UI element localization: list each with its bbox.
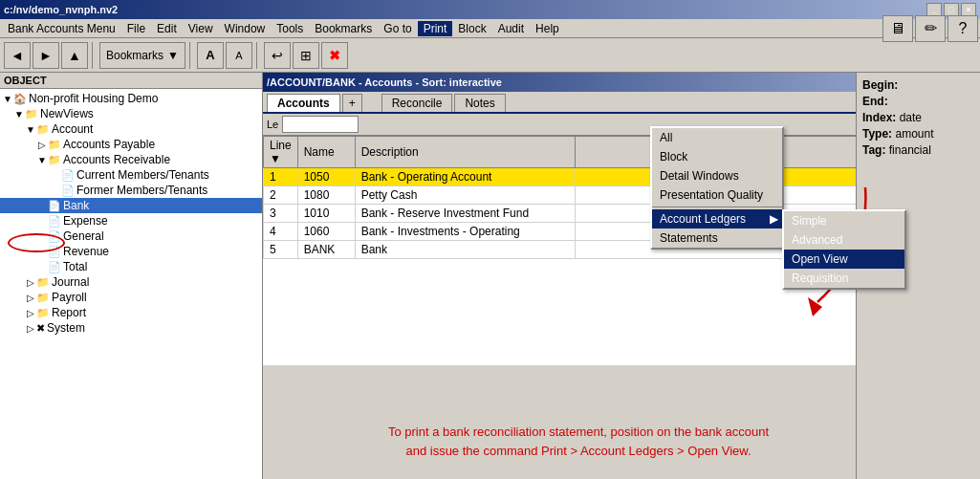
font-button[interactable]: A xyxy=(197,42,224,69)
system-icon: ✖ xyxy=(36,322,45,335)
sidebar-item-total[interactable]: 📄 Total xyxy=(0,259,262,274)
cell-line: 3 xyxy=(264,205,298,223)
menu-goto[interactable]: Go to xyxy=(378,21,417,36)
annotation-text: To print a bank reconciliation statement… xyxy=(311,423,846,460)
cell-num: BANK xyxy=(297,241,355,259)
doc-icon: 📄 xyxy=(48,261,61,273)
menu-window[interactable]: Window xyxy=(219,21,272,36)
submenu-arrow-icon: ▶ xyxy=(770,212,778,226)
menu-edit[interactable]: Edit xyxy=(151,21,183,36)
account-title-text: /ACCOUNT/BANK - Accounts - Sort: interac… xyxy=(267,76,502,88)
filter-input[interactable] xyxy=(282,116,359,133)
doc-icon: 📄 xyxy=(61,185,75,197)
sidebar-item-revenue[interactable]: 📄 Revenue xyxy=(0,244,262,259)
sidebar-item-bank[interactable]: 📄 Bank xyxy=(0,198,262,213)
submenu-simple[interactable]: Simple xyxy=(784,211,904,230)
print-menu-popup: All Block Detail Windows Presentation Qu… xyxy=(650,126,784,250)
toolbar-sep-2 xyxy=(189,42,193,69)
menu-presentation-quality[interactable]: Presentation Quality xyxy=(652,185,782,205)
folder-icon: 📁 xyxy=(48,154,61,166)
stop-button[interactable]: ✖ xyxy=(321,42,348,69)
sidebar-item-current[interactable]: 📄 Current Members/Tenants xyxy=(0,167,262,183)
sidebar-label: Bank xyxy=(63,199,89,212)
sidebar-item-journal[interactable]: ▷ 📁 Journal xyxy=(0,274,262,290)
menu-block[interactable]: Block xyxy=(452,21,491,36)
submenu-open-view[interactable]: Open View xyxy=(784,250,904,269)
expand-icon: ▷ xyxy=(25,293,36,303)
icon-help[interactable]: ? xyxy=(947,15,978,42)
sidebar-header: OBJECT xyxy=(0,73,262,89)
cell-desc: Bank - Operating Account xyxy=(355,168,575,186)
expand-icon: ▷ xyxy=(25,308,36,318)
submenu-requisition[interactable]: Requisition xyxy=(784,269,904,288)
sidebar-item-newviews[interactable]: ▼ 📁 NewViews xyxy=(0,106,262,121)
sidebar-label: Revenue xyxy=(63,245,109,258)
tab-add[interactable]: + xyxy=(342,94,362,112)
col-header-line: Line ▼ xyxy=(264,137,298,168)
bookmarks-arrow: ▼ xyxy=(167,49,179,62)
bookmarks-label: Bookmarks xyxy=(106,49,163,62)
sidebar-label: Accounts Receivable xyxy=(63,153,170,166)
expand-icon: ▼ xyxy=(2,94,13,104)
menu-print[interactable]: Print xyxy=(418,21,453,36)
nav-button[interactable]: ⊞ xyxy=(293,42,319,69)
menu-help[interactable]: Help xyxy=(530,21,565,36)
tab-reconcile[interactable]: Reconcile xyxy=(381,94,453,112)
bookmarks-button[interactable]: Bookmarks ▼ xyxy=(99,42,185,69)
sidebar-label: System xyxy=(47,321,85,335)
menu-bookmarks[interactable]: Bookmarks xyxy=(309,21,378,36)
sidebar-label: Payroll xyxy=(52,291,87,304)
menu-block[interactable]: Block xyxy=(652,147,782,166)
sidebar-item-root[interactable]: ▼ 🏠 Non-profit Housing Demo xyxy=(0,91,262,106)
menu-tools[interactable]: Tools xyxy=(271,21,309,36)
sidebar-label: Total xyxy=(63,260,87,273)
menu-separator xyxy=(652,207,782,207)
sidebar-label: Accounts Payable xyxy=(63,138,155,151)
sidebar-item-ar[interactable]: ▼ 📁 Accounts Receivable xyxy=(0,152,262,167)
sidebar-item-payroll[interactable]: ▷ 📁 Payroll xyxy=(0,290,262,305)
menu-detail-windows[interactable]: Detail Windows xyxy=(652,166,782,185)
menu-view[interactable]: View xyxy=(183,21,219,36)
menu-account-ledgers[interactable]: Account Ledgers ▶ Simple Advanced Open V… xyxy=(652,209,782,229)
sidebar-item-ap[interactable]: ▷ 📁 Accounts Payable xyxy=(0,137,262,152)
sidebar-label: Journal xyxy=(52,275,89,289)
sidebar-label: Former Members/Tenants xyxy=(76,184,207,197)
sidebar-item-general[interactable]: 📄 General xyxy=(0,229,262,244)
folder-icon: 📁 xyxy=(36,307,50,319)
forward-button[interactable]: ► xyxy=(33,42,59,69)
menu-bank-accounts[interactable]: Bank Accounts Menu xyxy=(2,21,121,36)
icon-pen[interactable]: ✏ xyxy=(915,15,946,42)
font-size-button[interactable]: A xyxy=(226,42,252,69)
cell-num: 1080 xyxy=(297,186,355,205)
sidebar-item-former[interactable]: 📄 Former Members/Tenants xyxy=(0,183,262,198)
cell-num: 1060 xyxy=(297,223,355,241)
col-header-desc: Description xyxy=(355,137,575,168)
cell-desc: Petty Cash xyxy=(355,186,575,205)
sidebar-item-expense[interactable]: 📄 Expense xyxy=(0,213,262,229)
up-button[interactable]: ▲ xyxy=(61,42,88,69)
annotation-line2: and issue the command Print > Account Le… xyxy=(405,444,751,458)
sidebar-item-report[interactable]: ▷ 📁 Report xyxy=(0,305,262,320)
toolbar-sep-3 xyxy=(256,42,260,69)
menu-audit[interactable]: Audit xyxy=(492,21,530,36)
doc-icon: 📄 xyxy=(48,200,61,212)
end-field: End: xyxy=(862,95,974,108)
title-bar: c:/nv/demo_nvnph.nv2 _ □ × xyxy=(0,0,980,19)
folder-icon: 📁 xyxy=(25,108,38,120)
top-icons: 🖥 ✏ ? xyxy=(882,15,978,42)
sidebar-item-account[interactable]: ▼ 📁 Account xyxy=(0,121,262,137)
menu-statements[interactable]: Statements xyxy=(652,229,782,248)
back-button[interactable]: ◄ xyxy=(4,42,31,69)
doc-icon: 📄 xyxy=(48,230,61,243)
icon-monitor[interactable]: 🖥 xyxy=(882,15,913,42)
toolbar: ◄ ► ▲ Bookmarks ▼ A A ↩ ⊞ ✖ xyxy=(0,38,980,73)
menu-all[interactable]: All xyxy=(652,128,782,147)
menu-file[interactable]: File xyxy=(121,21,151,36)
tab-accounts[interactable]: Accounts xyxy=(267,94,340,112)
sidebar-label: Non-profit Housing Demo xyxy=(29,92,158,105)
undo-button[interactable]: ↩ xyxy=(264,42,291,69)
tab-notes[interactable]: Notes xyxy=(454,94,505,112)
doc-icon: 📄 xyxy=(61,169,75,182)
sidebar-item-system[interactable]: ▷ ✖ System xyxy=(0,320,262,336)
submenu-advanced[interactable]: Advanced xyxy=(784,230,904,250)
